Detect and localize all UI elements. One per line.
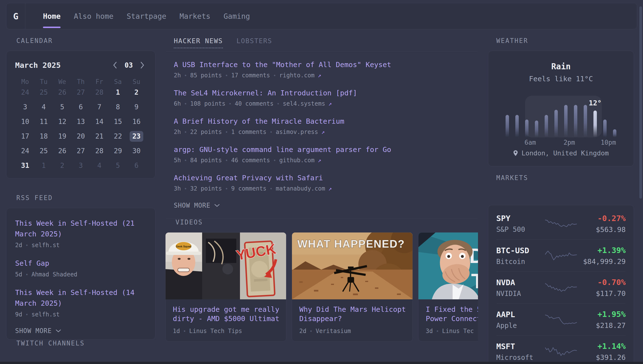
left-column: CALENDAR March 2025 03 MoTuWeThFrSaSu 24…	[6, 37, 156, 353]
calendar-day[interactable]: 3	[18, 102, 32, 112]
calendar-day[interactable]: 18	[37, 131, 51, 142]
calendar-day[interactable]: 12	[56, 116, 69, 127]
news-item-domain[interactable]: asimov.press	[276, 128, 318, 136]
nav-tab-home[interactable]: Home	[43, 3, 61, 29]
calendar-day[interactable]: 25	[37, 146, 51, 156]
calendar-day[interactable]: 24	[18, 146, 32, 156]
video-thumbnail[interactable]: WHAT HAPPENED?	[292, 232, 413, 299]
calendar-day[interactable]: 24	[18, 87, 32, 98]
market-symbol[interactable]: BTC-USD	[496, 246, 545, 255]
rss-show-more-button[interactable]: SHOW MORE	[15, 327, 147, 334]
calendar-day[interactable]: 16	[130, 116, 143, 127]
news-item-title[interactable]: A Brief History of the Miracle Bacterium	[174, 117, 478, 126]
video-channel[interactable]: Linus Tec	[442, 328, 474, 334]
video-title-line[interactable]: dirty - AMD $5000 Ultimate…	[173, 314, 279, 323]
news-item-title[interactable]: argp: GNU-style command line argument pa…	[174, 145, 478, 154]
calendar-day[interactable]: 28	[93, 146, 106, 156]
nav-tab-startpage[interactable]: Startpage	[127, 3, 167, 29]
calendar-day[interactable]: 5	[56, 102, 69, 112]
calendar-day[interactable]: 27	[74, 146, 88, 156]
market-symbol[interactable]: MSFT	[496, 342, 545, 351]
news-item-comments[interactable]: 9 comments	[231, 185, 267, 192]
nav-tab-markets[interactable]: Markets	[179, 3, 210, 29]
calendar-day[interactable]: 9	[130, 102, 143, 112]
calendar-day[interactable]: 19	[56, 131, 69, 142]
calendar-day[interactable]: 4	[37, 102, 51, 112]
video-title-line[interactable]: His upgrade got me really	[173, 305, 279, 314]
dot-separator: •	[184, 129, 187, 135]
calendar-day[interactable]: 26	[56, 146, 69, 156]
news-show-more-button[interactable]: SHOW MORE	[174, 202, 478, 209]
calendar-day[interactable]: 1	[37, 160, 51, 171]
nav-tab-gaming[interactable]: Gaming	[224, 3, 250, 29]
video-channel[interactable]: Veritasium	[316, 328, 351, 334]
calendar-day[interactable]: 7	[93, 102, 106, 112]
below-fold-content-edge	[0, 362, 643, 364]
calendar-day[interactable]: 13	[74, 116, 88, 127]
calendar-next-button[interactable]	[140, 61, 145, 69]
market-symbol[interactable]: SPY	[496, 214, 545, 223]
news-item-domain[interactable]: sel4.systems	[283, 100, 325, 107]
tab-lobsters[interactable]: LOBSTERS	[237, 37, 272, 48]
market-symbol[interactable]: NVDA	[496, 278, 545, 287]
news-item-title[interactable]: The SeL4 Microkernel: An Introduction [p…	[174, 88, 478, 97]
calendar-day[interactable]: 6	[130, 160, 143, 171]
calendar-day[interactable]: 2	[56, 160, 69, 171]
calendar-day[interactable]: 17	[18, 131, 32, 142]
calendar-day[interactable]: 31	[18, 160, 32, 171]
news-tabs: HACKER NEWS LOBSTERS	[165, 37, 478, 51]
video-title-line[interactable]: Disappear?	[299, 314, 405, 323]
weekday-label: Sa	[109, 77, 127, 86]
calendar-day[interactable]: 10	[18, 116, 32, 127]
weather-location[interactable]: London, United Kingdom	[488, 149, 634, 157]
calendar-day[interactable]: 28	[93, 87, 106, 98]
app-logo[interactable]: G	[6, 3, 26, 29]
calendar-day[interactable]: 14	[93, 116, 106, 127]
calendar-day[interactable]: 4	[93, 160, 106, 171]
news-item-domain[interactable]: matanabudy.com	[276, 185, 325, 192]
calendar-day[interactable]: 20	[74, 131, 88, 142]
calendar-day[interactable]: 15	[111, 116, 125, 127]
calendar-day[interactable]: 8	[111, 102, 125, 112]
nav-tab-also-home[interactable]: Also home	[74, 3, 114, 29]
calendar-day[interactable]: 3	[74, 160, 88, 171]
calendar-day[interactable]: 26	[56, 87, 69, 98]
news-item-domain[interactable]: github.com	[279, 157, 315, 164]
calendar-day[interactable]: 30	[130, 146, 143, 156]
calendar-day[interactable]: 23	[130, 131, 143, 142]
calendar-prev-button[interactable]	[112, 61, 118, 69]
video-title-line[interactable]: I Fixed the 5	[426, 305, 478, 314]
calendar-day[interactable]: 27	[74, 87, 88, 98]
calendar-day[interactable]: 5	[111, 160, 125, 171]
rss-item-title[interactable]: Self Gap	[15, 258, 147, 268]
rss-item-title[interactable]: This Week in Self-Hosted (21 March 2025)	[15, 218, 147, 239]
video-channel[interactable]: Linus Tech Tips	[189, 328, 242, 334]
calendar-day[interactable]: 29	[111, 146, 125, 156]
market-name: Apple	[496, 322, 545, 330]
weather-hour-bar	[564, 104, 567, 137]
video-thumbnail[interactable]: Geek Squad YUCK	[166, 232, 286, 299]
news-item-comments[interactable]: 40 comments	[235, 100, 274, 107]
rss-item-title[interactable]: This Week in Self-Hosted (14 March 2025)	[15, 287, 147, 308]
calendar-day[interactable]: 21	[93, 131, 106, 142]
scrollbar[interactable]	[639, 6, 642, 198]
video-title-line[interactable]: Why Did The Mars Helicopter	[299, 305, 405, 314]
news-item-comments[interactable]: 1 comments	[231, 128, 267, 136]
nav-tabs: Home Also home Startpage Markets Gaming	[26, 3, 250, 29]
calendar-day[interactable]: 2	[130, 87, 143, 98]
news-item-domain[interactable]: righto.com	[279, 72, 315, 79]
news-item-title[interactable]: Achieving Great Privacy with Safari	[174, 174, 478, 182]
video-title-line[interactable]: Power Connect	[426, 314, 478, 323]
weather-hour-bar	[545, 104, 548, 137]
video-thumbnail[interactable]: DO TH	[418, 232, 478, 299]
market-symbol[interactable]: AAPL	[496, 310, 545, 319]
calendar-day[interactable]: 6	[74, 102, 88, 112]
news-item-title[interactable]: A USB Interface to the "Mother of All De…	[174, 60, 478, 69]
calendar-day[interactable]: 11	[37, 116, 51, 127]
news-item-comments[interactable]: 17 comments	[231, 72, 270, 79]
calendar-day[interactable]: 1	[111, 87, 125, 98]
calendar-day[interactable]: 22	[111, 131, 125, 142]
calendar-day[interactable]: 25	[37, 87, 51, 98]
news-item-comments[interactable]: 46 comments	[231, 157, 270, 164]
tab-hacker-news[interactable]: HACKER NEWS	[174, 37, 223, 48]
